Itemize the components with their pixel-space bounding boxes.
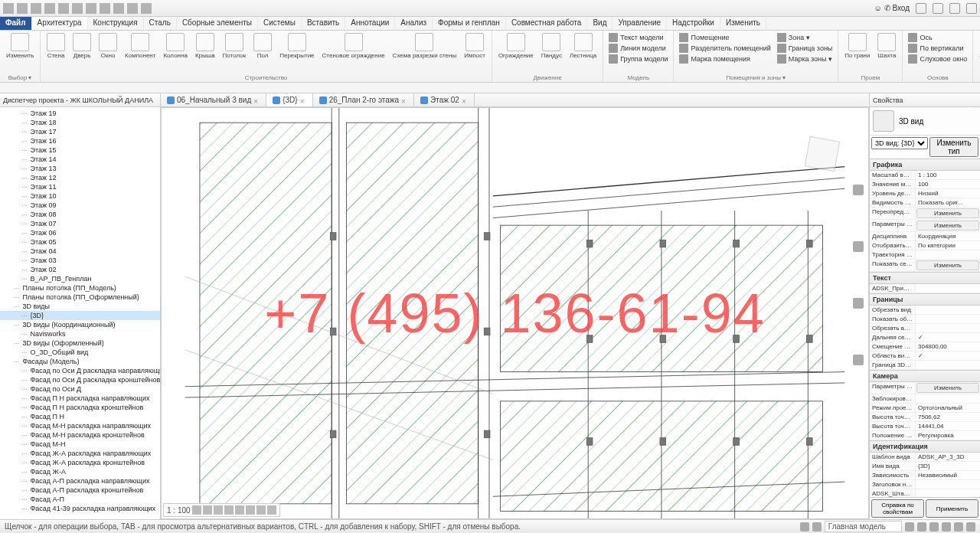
tree-item[interactable]: Планы потолка (ПП_Модель)	[0, 283, 160, 293]
close-tab-icon[interactable]: ×	[462, 97, 468, 103]
tree-item[interactable]: Фасад А-П раскладка направляющих	[0, 476, 160, 486]
prop-row[interactable]: Показать обл...	[870, 315, 980, 324]
close-tab-icon[interactable]: ×	[401, 97, 407, 103]
prop-row[interactable]: Показать сет...Изменить	[870, 260, 980, 272]
hide-icon[interactable]	[256, 505, 266, 515]
render-icon[interactable]	[235, 505, 244, 515]
prop-row[interactable]: Высота точки...14441,04	[870, 422, 980, 431]
tree-item[interactable]: Этаж 07	[0, 219, 160, 228]
minimize-icon[interactable]	[933, 3, 943, 14]
prop-group[interactable]: Камера	[870, 370, 980, 382]
shadow-icon[interactable]	[224, 505, 234, 515]
prop-row[interactable]: Дальняя секу...✓	[870, 333, 980, 342]
tab-Изменить[interactable]: Изменить	[720, 17, 766, 30]
prop-row[interactable]: Масштаб вида1 : 100	[870, 171, 980, 180]
worksets-icon[interactable]	[800, 522, 809, 531]
view-tab[interactable]: 26_План 2-го этажа×	[313, 93, 414, 106]
btn-Ограждение[interactable]: Ограждение	[495, 32, 537, 74]
btn-Пол[interactable]: Пол	[250, 32, 275, 74]
app-icon[interactable]	[3, 3, 14, 14]
btn-Перекрытие[interactable]: Перекрытие	[276, 32, 317, 74]
tab-Управление[interactable]: Управление	[612, 17, 667, 30]
tree-item[interactable]: Фасад М-Н раскладка направляющих	[0, 421, 160, 430]
tab-Конструкция[interactable]: Конструкция	[88, 17, 144, 30]
tree-item[interactable]: Фасад по Оси Д раскладка направляющих	[0, 366, 160, 375]
tree-item[interactable]: {3D}	[0, 311, 160, 320]
prop-row[interactable]: Область види...✓	[870, 352, 980, 361]
tree-item[interactable]: В_АР_ПВ_Генплан	[0, 274, 160, 283]
tab-Архитектура[interactable]: Архитектура	[32, 17, 88, 30]
prop-row[interactable]: ДисциплинаКоординация	[870, 232, 980, 241]
btn-Зона ▾[interactable]: Зона ▾	[775, 32, 835, 43]
prop-row[interactable]: Параметры в...Изменить	[870, 382, 980, 394]
reveal-icon[interactable]	[267, 505, 276, 515]
set-wp-button[interactable]: Задать	[976, 32, 980, 74]
tab-Вставить[interactable]: Вставить	[302, 17, 345, 30]
tree-item[interactable]: Этаж 03	[0, 256, 160, 265]
visual-style-icon[interactable]	[203, 505, 212, 515]
tree-item[interactable]: Фасады (Модель)	[0, 357, 160, 366]
tree-item[interactable]: Этаж 05	[0, 237, 160, 247]
prop-row[interactable]: Уровень дета...Низкий	[870, 189, 980, 198]
tree-item[interactable]: Этаж 10	[0, 191, 160, 201]
tab-Вид[interactable]: Вид	[587, 17, 612, 30]
tree-item[interactable]: Этаж 02	[0, 265, 160, 274]
select-underlay-icon[interactable]	[917, 522, 926, 531]
tree-item[interactable]: Фасад по Оси Д	[0, 384, 160, 394]
tree-item[interactable]: Фасад А-П раскладка кронштейнов	[0, 486, 160, 495]
btn-Стеновое ограждение[interactable]: Стеновое ограждение	[319, 32, 388, 74]
btn-Линия модели[interactable]: Линия модели	[606, 43, 670, 54]
btn-Помещение[interactable]: Помещение	[677, 32, 773, 43]
tree-item[interactable]: Этаж 16	[0, 136, 160, 146]
modify-button[interactable]: Изменить	[3, 32, 37, 74]
tree-item[interactable]: Этаж 04	[0, 247, 160, 256]
align-icon[interactable]	[100, 3, 110, 14]
btn-По грани[interactable]: По грани	[841, 32, 873, 74]
prop-row[interactable]: Высота точки...7506,62	[870, 413, 980, 422]
prop-row[interactable]: Параметры о...Изменить	[870, 220, 980, 232]
tree-item[interactable]: Этаж 11	[0, 182, 160, 191]
filter-icon[interactable]	[966, 522, 975, 531]
btn-Пандус[interactable]: Пандус	[538, 32, 565, 74]
undo-icon[interactable]	[44, 3, 55, 14]
detail-icon[interactable]	[192, 505, 201, 515]
btn-Компонент[interactable]: Компонент	[122, 32, 158, 74]
prop-row[interactable]: Положение к...Регулировка	[870, 431, 980, 440]
drag-icon[interactable]	[954, 522, 963, 531]
btn-Окно[interactable]: Окно	[96, 32, 120, 74]
btn-Разделитель помещений[interactable]: Разделитель помещений	[677, 43, 773, 54]
tab-file[interactable]: Файл	[0, 17, 32, 30]
redo-icon[interactable]	[58, 3, 69, 14]
btn-Стена[interactable]: Стена	[44, 32, 68, 74]
select-pinned-icon[interactable]	[929, 522, 939, 531]
prop-row[interactable]: Смещение да...304800,00	[870, 342, 980, 352]
save-icon[interactable]	[31, 3, 41, 14]
close-tab-icon[interactable]: ×	[253, 97, 260, 103]
props-body[interactable]: ГрафикаМасштаб вида1 : 100Значение ма...…	[870, 159, 980, 497]
tab-Анализ[interactable]: Анализ	[395, 17, 433, 30]
view-tab[interactable]: {3D}×	[266, 93, 312, 106]
crop-icon[interactable]	[113, 3, 124, 14]
btn-По вертикали[interactable]: По вертикали	[906, 43, 969, 54]
tree-item[interactable]: Фасад П Н раскладка кронштейнов	[0, 403, 160, 412]
user-login[interactable]: ☺ ✆ Вход	[874, 4, 910, 12]
view-control-bar[interactable]: 1 : 100	[163, 503, 280, 517]
tree-item[interactable]: Фасад по Оси Д раскладка кронштейнов	[0, 375, 160, 384]
btn-Ось[interactable]: Ось	[906, 32, 969, 43]
maximize-icon[interactable]	[949, 3, 960, 14]
type-selector[interactable]: 3D вид: {3D}	[871, 137, 928, 149]
tree-item[interactable]: 3D виды (Оформленный)	[0, 338, 160, 348]
prop-row[interactable]: Заголовок на...	[870, 480, 980, 489]
prop-group[interactable]: Графика	[870, 159, 980, 171]
tab-Аннотации[interactable]: Аннотации	[345, 17, 395, 30]
tree-item[interactable]: Фасад Ж-А раскладка направляющих	[0, 449, 160, 458]
prop-row[interactable]: ADSK_Штамп...	[870, 489, 980, 497]
btn-Слуховое окно[interactable]: Слуховое окно	[906, 54, 969, 64]
btn-Шахта[interactable]: Шахта	[874, 32, 899, 74]
tree-item[interactable]: Фасад Ж-А раскладка кронштейнов	[0, 458, 160, 467]
prop-row[interactable]: Шаблон видаADSK_АР_3_3D	[870, 453, 980, 462]
btn-Марка помещения[interactable]: Марка помещения	[677, 54, 773, 64]
tree-item[interactable]: Этаж 06	[0, 228, 160, 237]
tab-Сборные элементы[interactable]: Сборные элементы	[177, 17, 258, 30]
tree-item[interactable]: Этаж 09	[0, 201, 160, 210]
